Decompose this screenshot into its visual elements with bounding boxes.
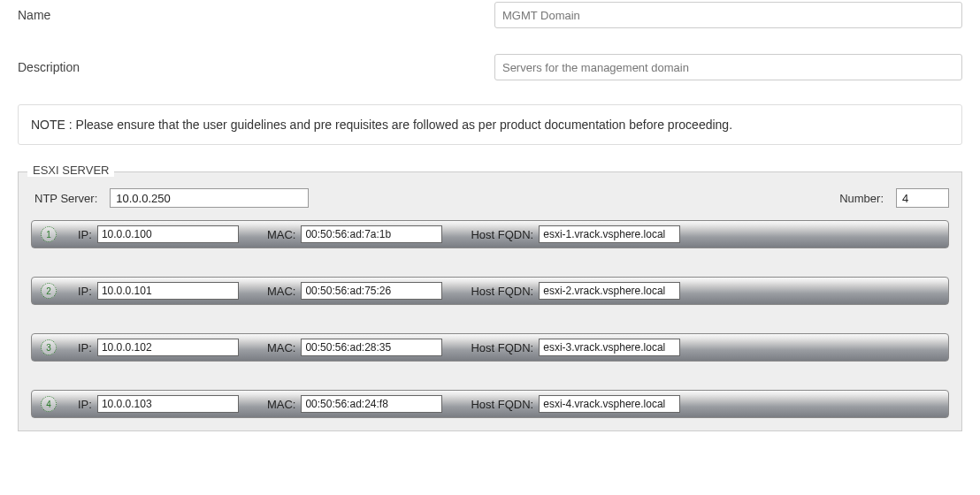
name-label: Name [18, 8, 494, 22]
fqdn-input[interactable] [539, 225, 680, 243]
row-badge: 4 [41, 396, 57, 412]
note-box: NOTE : Please ensure that the user guide… [18, 104, 962, 145]
ntp-input[interactable] [110, 188, 309, 208]
row-badge: 2 [41, 283, 57, 299]
ip-input[interactable] [97, 339, 239, 356]
mac-label: MAC: [267, 398, 296, 411]
mac-label: MAC: [267, 228, 296, 241]
ip-input[interactable] [97, 395, 239, 413]
ip-label: IP: [78, 285, 92, 298]
mac-input[interactable] [301, 395, 442, 413]
fqdn-label: Host FQDN: [471, 228, 533, 241]
esxi-fieldset: ESXI SERVER NTP Server: Number: 1 IP: MA… [18, 171, 962, 431]
mac-input[interactable] [301, 225, 442, 243]
ip-label: IP: [78, 398, 92, 411]
esxi-legend: ESXI SERVER [27, 164, 114, 177]
mac-input[interactable] [301, 339, 442, 356]
mac-input[interactable] [301, 282, 442, 300]
mac-label: MAC: [267, 341, 296, 354]
ip-label: IP: [78, 341, 92, 354]
fqdn-input[interactable] [539, 395, 680, 413]
ntp-label: NTP Server: [34, 192, 97, 205]
fqdn-label: Host FQDN: [471, 341, 533, 354]
description-label: Description [18, 60, 494, 74]
server-row: 3 IP: MAC: Host FQDN: [31, 333, 949, 362]
number-label: Number: [839, 192, 884, 205]
row-badge: 1 [41, 226, 57, 242]
fqdn-input[interactable] [539, 282, 680, 300]
number-input[interactable] [896, 188, 949, 208]
server-row: 2 IP: MAC: Host FQDN: [31, 277, 949, 305]
server-row: 1 IP: MAC: Host FQDN: [31, 220, 949, 248]
name-input[interactable] [494, 2, 962, 28]
fqdn-input[interactable] [539, 339, 680, 356]
description-input[interactable] [494, 54, 962, 80]
ip-input[interactable] [97, 282, 239, 300]
server-row: 4 IP: MAC: Host FQDN: [31, 390, 949, 418]
row-badge: 3 [41, 339, 57, 355]
fqdn-label: Host FQDN: [471, 285, 533, 298]
ip-label: IP: [78, 228, 92, 241]
mac-label: MAC: [267, 285, 296, 298]
fqdn-label: Host FQDN: [471, 398, 533, 411]
ip-input[interactable] [97, 225, 239, 243]
